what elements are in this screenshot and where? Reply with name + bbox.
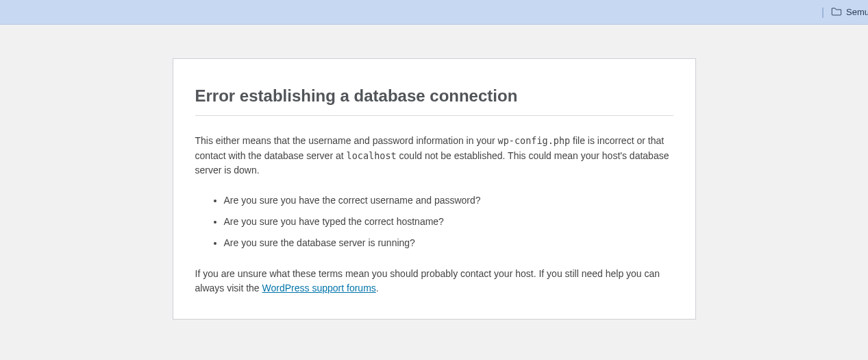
error-checklist: Are you sure you have the correct userna… <box>195 193 673 250</box>
error-paragraph-1: This either means that the username and … <box>195 134 673 178</box>
page-content: Error establishing a database connection… <box>0 25 868 320</box>
error-p1-code-2: localhost <box>347 150 397 161</box>
error-p2-text-b: . <box>376 283 379 293</box>
support-forums-link[interactable]: WordPress support forums <box>262 283 376 293</box>
bookmarks-divider: | <box>821 6 824 19</box>
error-title: Error establishing a database connection <box>195 86 673 116</box>
error-p1-code-1: wp-config.php <box>498 135 571 146</box>
list-item: Are you sure you have typed the correct … <box>224 215 673 229</box>
bookmark-folder[interactable]: Semu <box>831 6 868 18</box>
bookmarks-bar: | Semu <box>0 0 868 25</box>
bookmark-folder-label: Semu <box>846 7 868 17</box>
error-p1-text-a: This either means that the username and … <box>195 135 498 146</box>
list-item: Are you sure the database server is runn… <box>224 236 673 250</box>
error-panel: Error establishing a database connection… <box>173 58 696 320</box>
list-item: Are you sure you have the correct userna… <box>224 193 673 208</box>
error-paragraph-2: If you are unsure what these terms mean … <box>195 267 673 296</box>
folder-icon <box>831 6 842 18</box>
